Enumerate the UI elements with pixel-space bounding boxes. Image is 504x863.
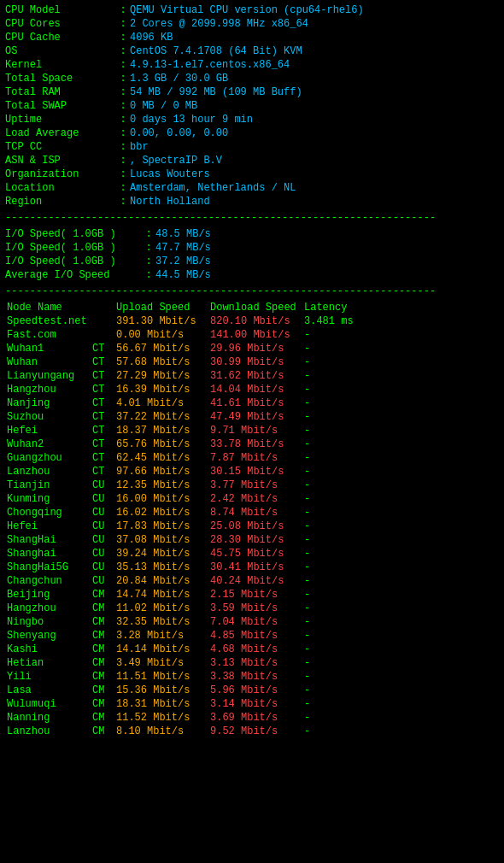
latency-cell: -: [302, 629, 499, 643]
upload-cell: 39.24 Mbit/s: [114, 547, 208, 561]
download-cell: 7.87 Mbit/s: [208, 451, 302, 465]
io-avg-row: Average I/O Speed : 44.5 MB/s: [5, 268, 499, 282]
upload-cell: 37.08 Mbit/s: [114, 533, 208, 547]
node-name-cell: Guangzhou: [5, 451, 91, 465]
node-name-cell: Speedtest.net: [5, 314, 91, 328]
provider-cell: CM: [91, 615, 114, 629]
upload-cell: 0.00 Mbit/s: [114, 328, 208, 342]
provider-cell: CU: [91, 492, 114, 506]
table-row: Wuhan2CT65.76 Mbit/s33.78 Mbit/s-: [5, 437, 499, 451]
table-row: NanjingCT4.01 Mbit/s41.61 Mbit/s-: [5, 396, 499, 410]
table-row: ShangHai5GCU35.13 Mbit/s30.41 Mbit/s-: [5, 561, 499, 574]
download-cell: 2.42 Mbit/s: [208, 492, 302, 506]
col-download-header: Download Speed: [208, 301, 302, 314]
download-cell: 7.04 Mbit/s: [208, 615, 302, 629]
org-row: Organization : Lucas Wouters: [5, 167, 499, 181]
system-info-table: CPU Model : QEMU Virtual CPU version (cp…: [5, 3, 499, 208]
upload-cell: 32.35 Mbit/s: [114, 615, 208, 629]
node-name-cell: ShangHai: [5, 533, 91, 547]
download-cell: 5.96 Mbit/s: [208, 684, 302, 697]
io1-value: 48.5 MB/s: [155, 227, 499, 241]
node-name-cell: Shenyang: [5, 629, 91, 643]
latency-cell: -: [302, 615, 499, 629]
node-name-cell: Kashi: [5, 643, 91, 656]
upload-cell: 20.84 Mbit/s: [114, 574, 208, 588]
region-row: Region : North Holland: [5, 195, 499, 208]
location-row: Location : Amsterdam, Netherlands / NL: [5, 181, 499, 195]
table-row: Wuhan1CT56.67 Mbit/s29.96 Mbit/s-: [5, 342, 499, 355]
latency-cell: -: [302, 328, 499, 342]
node-name-cell: Lasa: [5, 684, 91, 697]
col-upload-header: Upload Speed: [114, 301, 208, 314]
latency-cell: -: [302, 574, 499, 588]
provider-cell: CM: [91, 656, 114, 670]
table-row: NingboCM32.35 Mbit/s7.04 Mbit/s-: [5, 615, 499, 629]
upload-cell: 3.49 Mbit/s: [114, 656, 208, 670]
download-cell: 2.15 Mbit/s: [208, 588, 302, 602]
download-cell: 9.71 Mbit/s: [208, 424, 302, 437]
download-cell: 820.10 Mbit/s: [208, 314, 302, 328]
node-name-cell: Tianjin: [5, 478, 91, 492]
upload-cell: 16.00 Mbit/s: [114, 492, 208, 506]
io3-value: 37.2 MB/s: [155, 255, 499, 268]
node-name-cell: Hefei: [5, 520, 91, 533]
provider-cell: CM: [91, 670, 114, 684]
upload-cell: 11.02 Mbit/s: [114, 602, 208, 615]
cpu-model-value: QEMU Virtual CPU version (cpu64-rhel6): [130, 3, 499, 17]
latency-cell: -: [302, 437, 499, 451]
node-name-cell: Changchun: [5, 574, 91, 588]
io2-row: I/O Speed( 1.0GB ) : 47.7 MB/s: [5, 241, 499, 255]
latency-cell: -: [302, 697, 499, 711]
upload-cell: 11.52 Mbit/s: [114, 711, 208, 725]
io-speed-table: I/O Speed( 1.0GB ) : 48.5 MB/s I/O Speed…: [5, 227, 499, 282]
table-row: SuzhouCT37.22 Mbit/s47.49 Mbit/s-: [5, 410, 499, 424]
latency-cell: -: [302, 670, 499, 684]
node-name-cell: Lanzhou: [5, 465, 91, 478]
total-ram-value: 54 MB / 992 MB (109 MB Buff): [130, 85, 499, 99]
download-cell: 25.08 Mbit/s: [208, 520, 302, 533]
cpu-model-row: CPU Model : QEMU Virtual CPU version (cp…: [5, 3, 499, 17]
provider-cell: CU: [91, 520, 114, 533]
table-row: YiliCM11.51 Mbit/s3.38 Mbit/s-: [5, 670, 499, 684]
upload-cell: 35.13 Mbit/s: [114, 561, 208, 574]
table-row: ChangchunCU20.84 Mbit/s40.24 Mbit/s-: [5, 574, 499, 588]
provider-cell: CT: [91, 396, 114, 410]
table-row: GuangzhouCT62.45 Mbit/s7.87 Mbit/s-: [5, 451, 499, 465]
upload-cell: 14.74 Mbit/s: [114, 588, 208, 602]
node-name-cell: Yili: [5, 670, 91, 684]
upload-cell: 16.02 Mbit/s: [114, 506, 208, 520]
uptime-value: 0 days 13 hour 9 min: [130, 113, 499, 126]
asn-label: ASN & ISP: [5, 154, 116, 167]
node-name-cell: Wulumuqi: [5, 697, 91, 711]
download-cell: 31.62 Mbit/s: [208, 369, 302, 383]
location-label: Location: [5, 181, 116, 195]
node-name-cell: Ningbo: [5, 615, 91, 629]
upload-cell: 18.37 Mbit/s: [114, 424, 208, 437]
node-name-cell: Wuhan: [5, 355, 91, 369]
total-space-label: Total Space: [5, 72, 116, 85]
latency-cell: -: [302, 396, 499, 410]
download-cell: 14.04 Mbit/s: [208, 383, 302, 396]
io1-label: I/O Speed( 1.0GB ): [5, 227, 142, 241]
download-cell: 47.49 Mbit/s: [208, 410, 302, 424]
upload-cell: 11.51 Mbit/s: [114, 670, 208, 684]
table-row: Speedtest.net391.30 Mbit/s820.10 Mbit/s3…: [5, 314, 499, 328]
provider-cell: CU: [91, 574, 114, 588]
provider-cell: CT: [91, 342, 114, 355]
total-swap-label: Total SWAP: [5, 99, 116, 113]
latency-cell: -: [302, 492, 499, 506]
latency-cell: -: [302, 643, 499, 656]
upload-cell: 15.36 Mbit/s: [114, 684, 208, 697]
provider-cell: CU: [91, 506, 114, 520]
table-row: ChongqingCU16.02 Mbit/s8.74 Mbit/s-: [5, 506, 499, 520]
upload-cell: 14.14 Mbit/s: [114, 643, 208, 656]
table-row: HefeiCT18.37 Mbit/s9.71 Mbit/s-: [5, 424, 499, 437]
node-name-cell: Shanghai: [5, 547, 91, 561]
download-cell: 3.69 Mbit/s: [208, 711, 302, 725]
table-row: LanzhouCT97.66 Mbit/s30.15 Mbit/s-: [5, 465, 499, 478]
upload-cell: 57.68 Mbit/s: [114, 355, 208, 369]
upload-cell: 65.76 Mbit/s: [114, 437, 208, 451]
node-name-cell: Wuhan2: [5, 437, 91, 451]
total-ram-row: Total RAM : 54 MB / 992 MB (109 MB Buff): [5, 85, 499, 99]
download-cell: 40.24 Mbit/s: [208, 574, 302, 588]
